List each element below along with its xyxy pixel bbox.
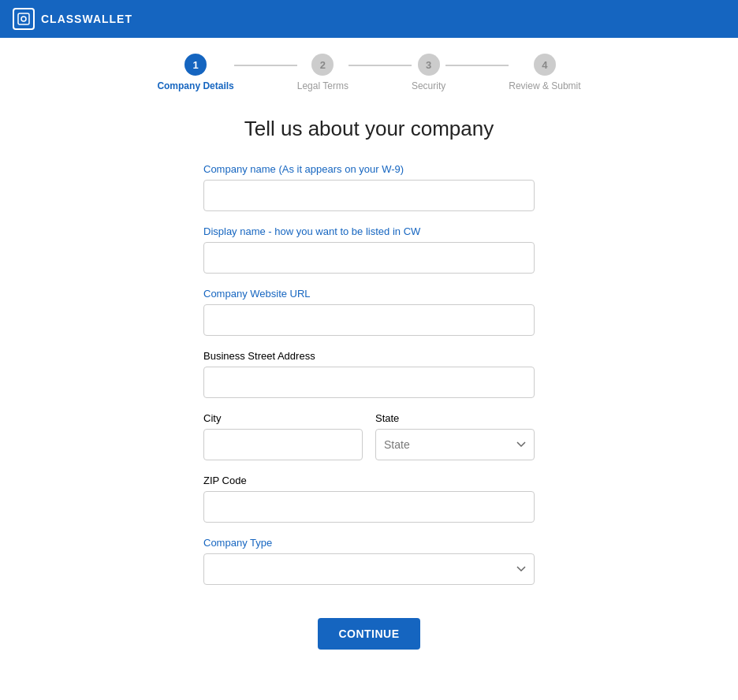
logo: CLASSWALLET [13, 8, 132, 30]
company-name-label: Company name (As it appears on your W-9) [203, 163, 535, 175]
company-name-group: Company name (As it appears on your W-9) [203, 163, 535, 211]
display-name-group: Display name - how you want to be listed… [203, 225, 535, 274]
website-url-input[interactable] [203, 304, 535, 336]
continue-button[interactable]: CONTINUE [318, 618, 420, 650]
company-type-select[interactable]: LLC Corporation Sole Proprietor Partners… [203, 553, 535, 585]
step-1-circle: 1 [184, 54, 207, 76]
step-4-label: Review & Submit [509, 80, 580, 91]
company-type-label: Company Type [203, 537, 535, 549]
connector-1-2 [234, 65, 297, 66]
step-1-label: Company Details [157, 80, 233, 91]
state-label: State [375, 412, 535, 424]
connector-3-4 [445, 65, 509, 66]
state-group: State State Alabama Alaska Arizona Calif… [375, 412, 535, 460]
display-name-input[interactable] [203, 242, 535, 274]
website-url-group: Company Website URL [203, 288, 535, 336]
display-name-label-text: Display name - how you want to be listed… [203, 225, 420, 237]
city-label: City [203, 412, 363, 424]
step-3: 3 Security [412, 54, 445, 91]
step-4-circle: 4 [534, 54, 556, 76]
step-4: 4 Review & Submit [509, 54, 580, 91]
zip-code-input[interactable] [203, 491, 535, 523]
city-input[interactable] [203, 429, 363, 460]
page-title: Tell us about your company [244, 117, 494, 141]
svg-point-1 [21, 17, 26, 21]
main-content: 1 Company Details 2 Legal Terms 3 Securi… [0, 38, 738, 681]
step-3-label: Security [412, 80, 445, 91]
step-1: 1 Company Details [157, 54, 233, 91]
logo-icon [13, 8, 35, 30]
state-select[interactable]: State Alabama Alaska Arizona California … [375, 429, 535, 460]
street-address-group: Business Street Address [203, 350, 535, 398]
connector-2-3 [348, 65, 412, 66]
company-name-input[interactable] [203, 180, 535, 211]
zip-code-label: ZIP Code [203, 475, 535, 486]
city-state-row: City State State Alabama Alaska Arizona … [203, 412, 535, 460]
step-2-circle: 2 [311, 54, 334, 76]
display-name-label: Display name - how you want to be listed… [203, 225, 535, 237]
city-group: City [203, 412, 363, 460]
street-address-input[interactable] [203, 367, 535, 398]
zip-code-group: ZIP Code [203, 475, 535, 523]
step-2: 2 Legal Terms [297, 54, 348, 91]
header: CLASSWALLET [0, 0, 738, 38]
step-3-circle: 3 [418, 54, 440, 76]
street-address-label: Business Street Address [203, 350, 535, 362]
company-details-form: Company name (As it appears on your W-9)… [203, 163, 535, 599]
svg-rect-0 [18, 13, 29, 24]
company-type-group: Company Type LLC Corporation Sole Propri… [203, 537, 535, 585]
stepper: 1 Company Details 2 Legal Terms 3 Securi… [157, 54, 580, 91]
step-2-label: Legal Terms [297, 80, 348, 91]
logo-text: CLASSWALLET [41, 13, 132, 25]
website-url-label: Company Website URL [203, 288, 535, 300]
